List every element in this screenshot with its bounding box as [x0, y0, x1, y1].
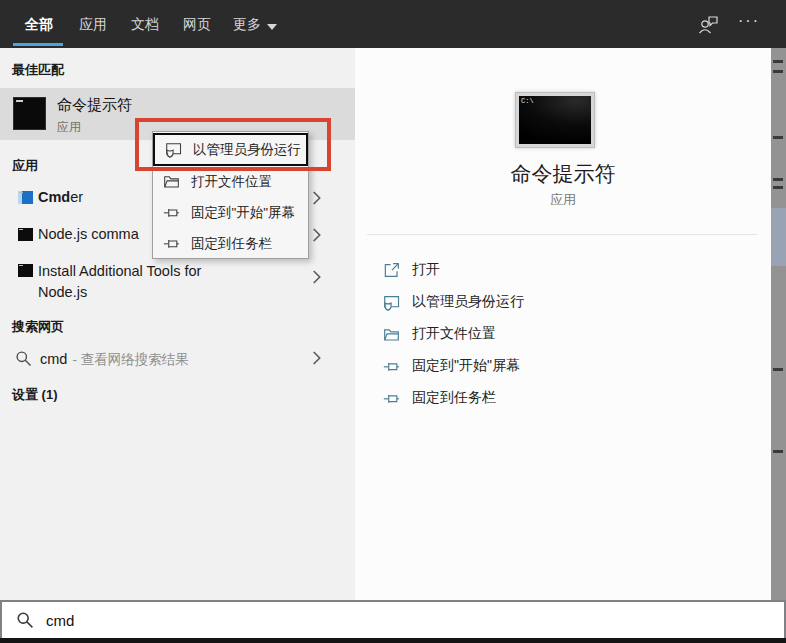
detail-title: 命令提示符 — [355, 160, 771, 188]
result-install-tools[interactable]: Install Additional Tools for Node.js — [0, 257, 355, 303]
install-tools-icon — [18, 264, 33, 277]
cmder-icon — [18, 191, 33, 204]
search-icon — [16, 611, 34, 629]
tab-documents[interactable]: 文档 — [131, 16, 159, 34]
run-as-admin-icon — [165, 141, 182, 158]
context-menu: 以管理员身份运行 打开文件位置 固定到"开始"屏幕 固定到任务栏 — [152, 131, 309, 259]
tab-apps[interactable]: 应用 — [79, 16, 107, 34]
menu-item-pin-to-start[interactable]: 固定到"开始"屏幕 — [153, 197, 308, 228]
nodejs-cmd-icon — [18, 228, 33, 241]
chevron-down-icon — [267, 24, 277, 30]
pin-icon — [163, 235, 180, 252]
menu-item-open-file-location[interactable]: 打开文件位置 — [153, 166, 308, 197]
feedback-icon[interactable] — [697, 13, 721, 37]
best-match-header: 最佳匹配 — [12, 61, 64, 79]
pin-icon — [383, 358, 400, 375]
pin-icon — [163, 204, 180, 221]
search-icon — [15, 350, 32, 371]
chevron-right-icon[interactable] — [312, 351, 321, 365]
tab-web[interactable]: 网页 — [183, 16, 211, 34]
chevron-right-icon[interactable] — [312, 270, 321, 284]
result-web-search-cmd[interactable]: cmd- 查看网络搜索结果 — [0, 342, 355, 378]
folder-icon — [163, 173, 180, 190]
tab-all[interactable]: 全部 — [25, 16, 53, 34]
menu-item-run-as-admin[interactable]: 以管理员身份运行 — [153, 133, 308, 166]
apps-section-header: 应用 — [12, 157, 38, 175]
tab-more[interactable]: 更多 — [233, 16, 277, 34]
chevron-right-icon[interactable] — [312, 228, 321, 242]
command-prompt-icon — [13, 97, 46, 130]
web-query-text: cmd — [40, 351, 67, 367]
best-match-title: 命令提示符 — [57, 96, 132, 115]
action-pin-to-taskbar[interactable]: 固定到任务栏 — [383, 386, 496, 410]
taskbar-search-box[interactable] — [0, 600, 786, 638]
divider — [367, 234, 757, 235]
taskbar-edge — [0, 638, 786, 643]
action-pin-to-start[interactable]: 固定到"开始"屏幕 — [383, 354, 520, 378]
background-window-strip — [771, 48, 786, 600]
search-filter-bar: 全部 应用 文档 网页 更多 ··· — [0, 0, 786, 48]
action-run-as-admin[interactable]: 以管理员身份运行 — [383, 290, 524, 314]
action-open[interactable]: 打开 — [383, 258, 440, 282]
settings-section-header: 设置 (1) — [12, 386, 58, 404]
run-as-admin-icon — [383, 294, 400, 311]
windows-search-flyout: 全部 应用 文档 网页 更多 ··· 最佳匹配 命令提示符 应用 应用 Cmde… — [0, 0, 786, 643]
more-options-icon[interactable]: ··· — [738, 12, 760, 30]
folder-icon — [383, 326, 400, 343]
detail-subtitle: 应用 — [355, 191, 771, 209]
web-suffix-text: - 查看网络搜索结果 — [72, 352, 188, 367]
search-input[interactable] — [44, 611, 784, 630]
open-icon — [383, 262, 400, 279]
web-section-header: 搜索网页 — [12, 318, 64, 336]
pin-icon — [383, 390, 400, 407]
command-prompt-large-icon: C:\ — [515, 92, 595, 148]
menu-item-pin-to-taskbar[interactable]: 固定到任务栏 — [153, 228, 308, 259]
best-match-subtitle: 应用 — [57, 119, 81, 136]
action-open-file-location[interactable]: 打开文件位置 — [383, 322, 496, 346]
active-tab-underline — [13, 43, 63, 46]
result-detail-pane: C:\ 命令提示符 应用 打开 以管理员身份运行 打开文件位置 固定到"开始"屏… — [355, 48, 771, 600]
chevron-right-icon[interactable] — [312, 191, 321, 205]
